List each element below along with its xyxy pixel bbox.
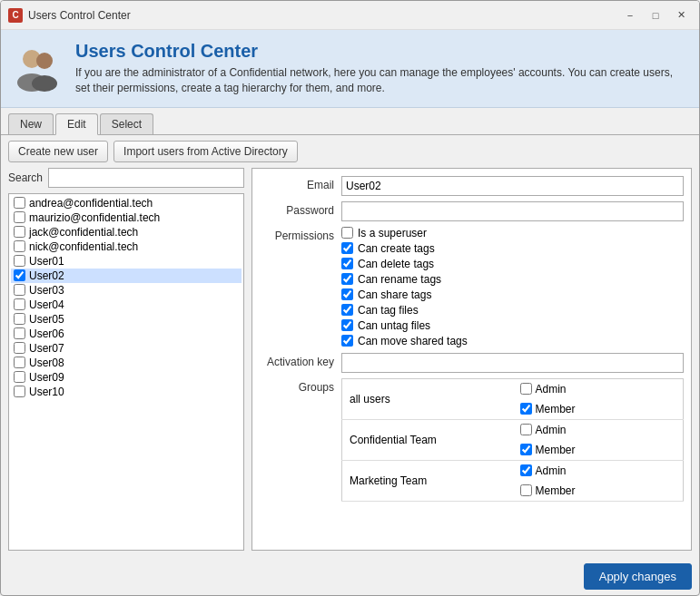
user-label: User08 — [29, 357, 64, 369]
member-checkbox[interactable] — [520, 484, 532, 496]
password-row: Password — [260, 201, 684, 221]
perm-label: Can share tags — [358, 288, 431, 301]
list-item[interactable]: User08 — [11, 356, 242, 370]
email-input[interactable] — [341, 176, 684, 196]
tab-edit[interactable]: Edit — [55, 113, 98, 135]
member-checkbox[interactable] — [520, 403, 532, 415]
user-checkbox[interactable] — [14, 284, 25, 296]
permissions-row: Permissions Is a superuserCan create tag… — [260, 227, 684, 347]
perm-label: Can delete tags — [358, 258, 434, 270]
activation-key-row: Activation key — [260, 353, 684, 373]
left-panel: Search andrea@confidential.techmaurizio@… — [8, 168, 244, 551]
perm-checkbox-share_tags[interactable] — [341, 288, 353, 300]
list-item[interactable]: User01 — [11, 254, 242, 269]
maximize-button[interactable]: □ — [645, 7, 666, 24]
activation-key-label: Activation key — [260, 353, 341, 368]
user-checkbox[interactable] — [14, 313, 25, 325]
perm-label: Can untag files — [358, 319, 430, 332]
perm-checkbox-delete_tags[interactable] — [341, 258, 353, 269]
perm-label: Can rename tags — [358, 273, 441, 286]
search-input[interactable] — [48, 168, 244, 188]
list-item[interactable]: User09 — [11, 370, 242, 385]
list-item[interactable]: User10 — [11, 385, 242, 399]
admin-checkbox[interactable] — [520, 424, 532, 435]
activation-key-input[interactable] — [341, 353, 684, 373]
main-window: C Users Control Center − □ ✕ Users Contr… — [0, 0, 700, 596]
right-panel: Email Password Permissions Is a superuse… — [251, 168, 692, 551]
permission-item: Is a superuser — [341, 227, 468, 239]
list-item[interactable]: User04 — [11, 298, 242, 312]
permission-item: Can delete tags — [341, 258, 468, 270]
perm-checkbox-create_tags[interactable] — [341, 242, 353, 254]
perm-checkbox-tag_files[interactable] — [341, 304, 353, 316]
user-checkbox[interactable] — [14, 226, 25, 238]
list-item[interactable]: User07 — [11, 341, 242, 356]
window-title: Users Control Center — [28, 9, 619, 22]
user-checkbox[interactable] — [14, 255, 25, 267]
list-item[interactable]: User02 — [11, 269, 242, 283]
member-checkbox[interactable] — [520, 444, 532, 455]
apply-changes-button[interactable]: Apply changes — [584, 563, 692, 590]
admin-label: Admin — [536, 383, 567, 396]
user-checkbox[interactable] — [14, 240, 25, 252]
perm-label: Is a superuser — [358, 227, 427, 239]
minimize-button[interactable]: − — [619, 7, 641, 24]
tab-select[interactable]: Select — [100, 113, 153, 134]
user-checkbox[interactable] — [14, 371, 25, 383]
group-admin-cell: Admin — [513, 379, 684, 399]
groups-table: all usersAdminMemberConfidential TeamAdm… — [341, 378, 684, 502]
window-controls: − □ ✕ — [619, 7, 692, 24]
user-label: User03 — [29, 284, 64, 297]
list-item[interactable]: User05 — [11, 312, 242, 327]
admin-label: Admin — [536, 424, 567, 436]
admin-checkbox[interactable] — [520, 464, 532, 476]
list-item[interactable]: jack@confidential.tech — [11, 225, 242, 239]
user-checkbox[interactable] — [14, 269, 25, 281]
tab-new[interactable]: New — [8, 113, 54, 134]
perm-checkbox-untag_files[interactable] — [341, 319, 353, 331]
list-item[interactable]: User06 — [11, 327, 242, 341]
user-checkbox[interactable] — [14, 357, 25, 368]
app-icon: C — [8, 8, 23, 23]
user-label: User01 — [29, 255, 64, 268]
member-label: Member — [536, 444, 576, 456]
user-checkbox[interactable] — [14, 211, 25, 223]
list-item[interactable]: User03 — [11, 283, 242, 298]
groups-row: Groups all usersAdminMemberConfidential … — [260, 378, 684, 502]
perm-checkbox-superuser[interactable] — [341, 227, 353, 239]
group-name: Confidential Team — [342, 419, 513, 460]
email-label: Email — [260, 176, 341, 191]
user-checkbox[interactable] — [14, 197, 25, 209]
group-row: Confidential TeamAdminMember — [342, 419, 684, 460]
bottom-bar: Apply changes — [1, 558, 699, 595]
permission-item: Can move shared tags — [341, 335, 468, 347]
permission-item: Can rename tags — [341, 273, 468, 286]
search-label: Search — [8, 171, 43, 184]
list-item[interactable]: nick@confidential.tech — [11, 239, 242, 254]
group-member-cell: Member — [513, 481, 684, 501]
user-checkbox[interactable] — [14, 386, 25, 397]
user-label: User10 — [29, 386, 64, 398]
user-checkbox[interactable] — [14, 327, 25, 339]
user-label: nick@confidential.tech — [29, 240, 138, 253]
create-new-user-button[interactable]: Create new user — [8, 141, 108, 162]
permission-item: Can share tags — [341, 288, 468, 301]
user-checkbox[interactable] — [14, 342, 25, 354]
groups-label: Groups — [260, 378, 341, 394]
admin-checkbox[interactable] — [520, 383, 532, 395]
close-button[interactable]: ✕ — [670, 7, 692, 24]
user-list[interactable]: andrea@confidential.techmaurizio@confide… — [8, 193, 244, 551]
user-label: andrea@confidential.tech — [29, 197, 153, 210]
list-item[interactable]: andrea@confidential.tech — [11, 196, 242, 210]
svg-point-3 — [32, 75, 57, 92]
list-item[interactable]: maurizio@confidential.tech — [11, 210, 242, 225]
perm-checkbox-move_shared_tags[interactable] — [341, 335, 353, 347]
user-label: User06 — [29, 327, 64, 340]
avatar-icon — [15, 44, 63, 92]
user-checkbox[interactable] — [14, 298, 25, 310]
import-users-button[interactable]: Import users from Active Directory — [113, 141, 298, 162]
perm-checkbox-rename_tags[interactable] — [341, 273, 353, 285]
permission-item: Can create tags — [341, 242, 468, 255]
email-row: Email — [260, 176, 684, 196]
password-input[interactable] — [341, 201, 684, 221]
